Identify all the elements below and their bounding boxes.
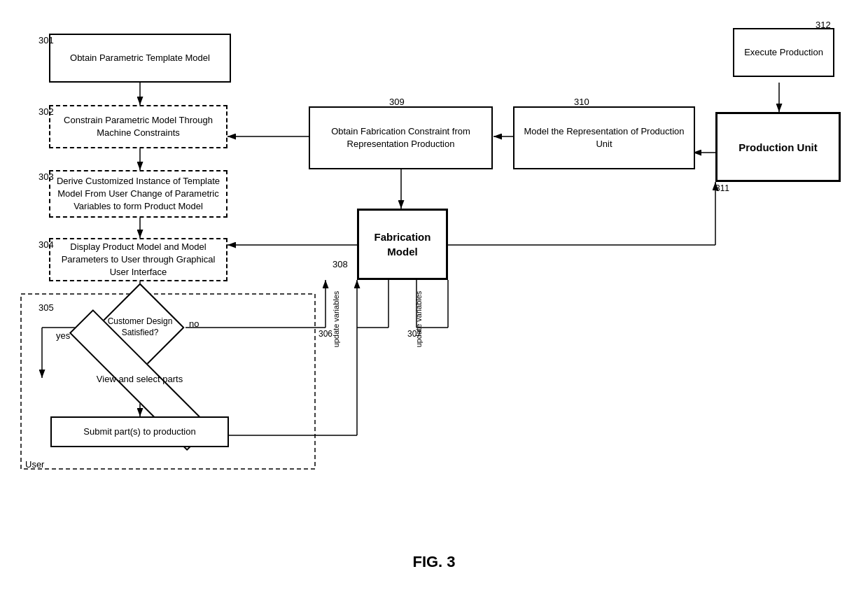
label-309: 309: [389, 97, 405, 107]
node-304: Display Product Model and Model Paramete…: [49, 238, 227, 281]
label-306: 306: [318, 329, 332, 339]
label-312: 312: [816, 20, 831, 30]
update-vars-right: update variables: [414, 291, 423, 348]
label-308: 308: [332, 259, 348, 269]
fig-label: FIG. 3: [364, 553, 504, 571]
node-303: Derive Customized Instance of Template M…: [49, 170, 227, 218]
diamond-view-parts: View and select parts: [50, 364, 229, 395]
node-312: Execute Production: [733, 28, 834, 77]
label-301: 301: [38, 35, 54, 45]
label-311: 311: [715, 183, 729, 193]
diagram: Obtain Parametric Template Model 301 Con…: [0, 0, 868, 597]
label-305: 305: [38, 302, 54, 313]
node-311: Production Unit: [715, 112, 841, 182]
node-310: Model the Representation of Production U…: [513, 106, 695, 169]
label-302: 302: [38, 106, 54, 117]
label-no: no: [189, 318, 199, 329]
label-303: 303: [38, 171, 54, 182]
label-307: 307: [407, 329, 421, 339]
node-301: Obtain Parametric Template Model: [49, 34, 231, 83]
node-fab-model: Fabrication Model: [357, 209, 448, 280]
node-302: Constrain Parametric Model Through Machi…: [49, 105, 227, 148]
update-vars-left: update variables: [332, 291, 340, 348]
label-user: User: [25, 459, 44, 470]
label-yes: yes: [56, 330, 70, 341]
node-309: Obtain Fabrication Constraint from Repre…: [309, 106, 493, 169]
node-submit: Submit part(s) to production: [50, 416, 229, 447]
label-310: 310: [574, 97, 589, 107]
label-304: 304: [38, 239, 54, 250]
